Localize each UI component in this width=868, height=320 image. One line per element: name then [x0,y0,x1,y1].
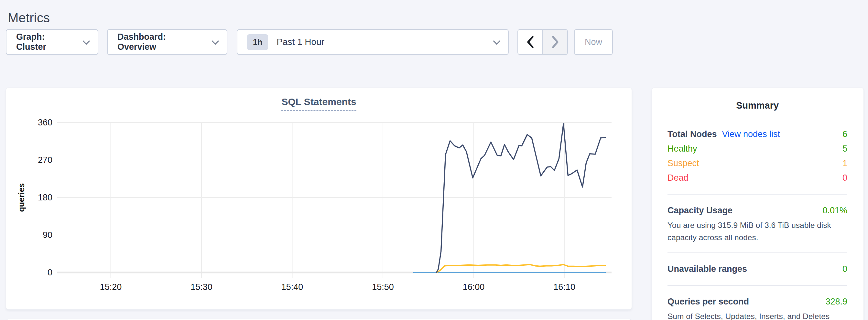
qps-caption: Sum of Selects, Updates, Inserts, and De… [668,310,847,320]
svg-text:15:30: 15:30 [190,282,213,292]
svg-text:0: 0 [48,268,52,277]
svg-text:15:50: 15:50 [372,282,394,292]
summary-panel: Summary Total Nodes View nodes list 6 He… [652,88,864,320]
svg-text:360: 360 [38,118,52,127]
graph-dropdown-label: Graph: Cluster [16,32,76,52]
chevron-right-icon [552,36,559,48]
capacity-value: 0.01% [823,203,847,218]
chevron-left-icon [527,36,534,48]
svg-text:90: 90 [43,230,52,240]
sql-statements-card: 15:2015:3015:4015:5016:0016:100901802703… [6,88,632,310]
step-forward-button[interactable] [543,30,567,54]
sql-statements-chart: 15:2015:3015:4015:5016:0016:100901802703… [6,88,632,310]
unavailable-ranges-value: 0 [842,262,847,276]
healthy-row: Healthy 5 [668,141,847,156]
chevron-down-icon [83,37,90,45]
qps-label: Queries per second [668,294,749,309]
qps-row: Queries per second 328.9 [668,294,847,309]
divider [668,252,847,253]
healthy-value: 5 [842,141,847,156]
healthy-label: Healthy [668,141,697,156]
svg-text:180: 180 [38,193,52,202]
suspect-label: Suspect [668,156,699,171]
divider [668,285,847,286]
dead-value: 0 [842,171,847,185]
chart-title[interactable]: SQL Statements [281,96,356,111]
graph-dropdown[interactable]: Graph: Cluster [6,29,98,55]
view-nodes-list-link[interactable]: View nodes list [722,127,780,141]
chevron-down-icon [493,37,501,45]
svg-text:15:20: 15:20 [100,282,122,292]
time-range-label: Past 1 Hour [277,37,324,47]
yellow-line [437,265,606,273]
svg-text:queries: queries [17,183,26,212]
chevron-down-icon [212,37,219,45]
step-back-button[interactable] [518,30,543,54]
time-range-badge: 1h [247,34,268,50]
capacity-label: Capacity Usage [668,203,733,218]
summary-title: Summary [668,100,847,111]
dead-label: Dead [668,171,688,185]
svg-text:270: 270 [38,155,52,165]
svg-text:16:00: 16:00 [463,282,485,292]
dashboard-dropdown[interactable]: Dashboard: Overview [107,29,227,55]
unavailable-ranges-label: Unavailable ranges [668,262,747,276]
total-nodes-label: Total Nodes [668,127,717,141]
suspect-row: Suspect 1 [668,156,847,171]
qps-value: 328.9 [825,294,847,309]
dead-row: Dead 0 [668,171,847,185]
unavailable-ranges-row: Unavailable ranges 0 [668,262,847,276]
capacity-caption: You are using 315.9 MiB of 3.6 TiB usabl… [668,219,847,244]
navy-line [437,124,606,273]
toolbar: Graph: Cluster Dashboard: Overview 1h Pa… [6,29,613,55]
divider [668,194,847,195]
svg-text:16:10: 16:10 [553,282,575,292]
suspect-value: 1 [842,156,847,171]
page-title: Metrics [8,11,50,25]
metrics-page: Metrics Graph: Cluster Dashboard: Overvi… [0,0,868,320]
total-nodes-value: 6 [842,127,847,141]
chart-title-wrap: SQL Statements [6,96,631,111]
time-step-buttons [518,29,568,55]
now-button[interactable]: Now [574,29,613,55]
total-nodes-row: Total Nodes View nodes list 6 [668,127,847,141]
time-range-selector[interactable]: 1h Past 1 Hour [237,29,509,55]
svg-text:15:40: 15:40 [281,282,303,292]
dashboard-dropdown-label: Dashboard: Overview [117,32,205,52]
capacity-row: Capacity Usage 0.01% [668,203,847,218]
